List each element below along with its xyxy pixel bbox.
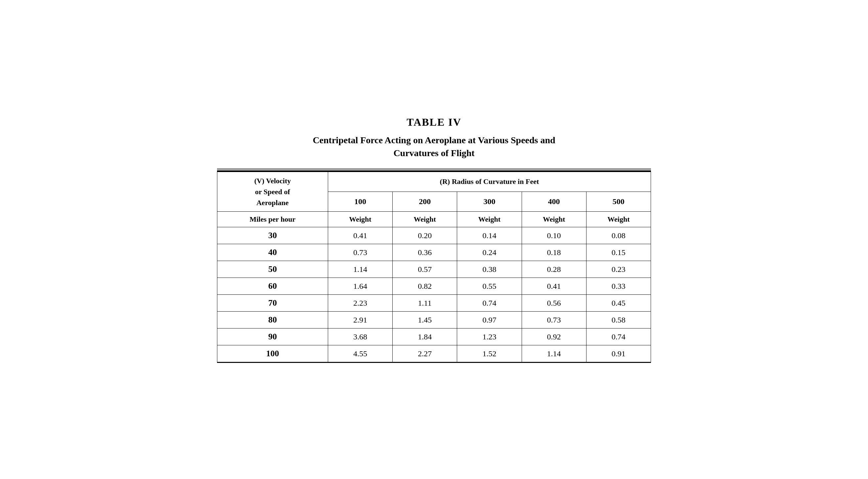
value-cell-r400: 0.10 bbox=[522, 227, 586, 244]
table-row: 802.911.450.970.730.58 bbox=[217, 312, 651, 328]
radius-100-header: 100 bbox=[328, 192, 392, 212]
value-cell-r200: 0.20 bbox=[393, 227, 457, 244]
value-cell-r500: 0.15 bbox=[586, 244, 651, 261]
value-cell-r100: 1.14 bbox=[328, 261, 392, 278]
value-cell-r200: 0.57 bbox=[393, 261, 457, 278]
value-cell-r500: 0.74 bbox=[586, 328, 651, 345]
speed-cell: 50 bbox=[217, 261, 328, 278]
value-cell-r200: 0.82 bbox=[393, 278, 457, 295]
speed-cell: 90 bbox=[217, 328, 328, 345]
table-title: TABLE IV bbox=[217, 116, 651, 128]
value-cell-r300: 0.97 bbox=[457, 312, 522, 328]
value-cell-r300: 0.55 bbox=[457, 278, 522, 295]
table-subtitle: Centripetal Force Acting on Aeroplane at… bbox=[217, 134, 651, 159]
miles-header: Miles per hour bbox=[217, 212, 328, 227]
value-cell-r300: 1.52 bbox=[457, 345, 522, 362]
header-row-1: (V) Velocity or Speed of Aeroplane (R) R… bbox=[217, 172, 651, 192]
radius-300-header: 300 bbox=[457, 192, 522, 212]
border-line-top bbox=[217, 169, 651, 169]
speed-cell: 60 bbox=[217, 278, 328, 295]
value-cell-r400: 0.18 bbox=[522, 244, 586, 261]
main-table: (V) Velocity or Speed of Aeroplane (R) R… bbox=[217, 171, 651, 363]
value-cell-r200: 1.84 bbox=[393, 328, 457, 345]
table-row: 501.140.570.380.280.23 bbox=[217, 261, 651, 278]
weight-header-4: Weight bbox=[586, 212, 651, 227]
header-row-3: Miles per hour Weight Weight Weight Weig… bbox=[217, 212, 651, 227]
value-cell-r500: 0.33 bbox=[586, 278, 651, 295]
velocity-header: (V) Velocity or Speed of Aeroplane bbox=[217, 172, 328, 212]
value-cell-r400: 0.73 bbox=[522, 312, 586, 328]
value-cell-r500: 0.08 bbox=[586, 227, 651, 244]
value-cell-r200: 1.45 bbox=[393, 312, 457, 328]
subtitle-line1: Centripetal Force Acting on Aeroplane at… bbox=[313, 135, 555, 145]
weight-header-3: Weight bbox=[522, 212, 586, 227]
radius-500-header: 500 bbox=[586, 192, 651, 212]
speed-cell: 80 bbox=[217, 312, 328, 328]
value-cell-r200: 0.36 bbox=[393, 244, 457, 261]
table-row: 1004.552.271.521.140.91 bbox=[217, 345, 651, 362]
page-container: TABLE IV Centripetal Force Acting on Aer… bbox=[217, 116, 651, 363]
value-cell-r500: 0.58 bbox=[586, 312, 651, 328]
table-body: 300.410.200.140.100.08400.730.360.240.18… bbox=[217, 227, 651, 362]
value-cell-r400: 0.56 bbox=[522, 295, 586, 312]
speed-cell: 30 bbox=[217, 227, 328, 244]
value-cell-r300: 1.23 bbox=[457, 328, 522, 345]
table-row: 702.231.110.740.560.45 bbox=[217, 295, 651, 312]
value-cell-r400: 1.14 bbox=[522, 345, 586, 362]
value-cell-r500: 0.23 bbox=[586, 261, 651, 278]
value-cell-r300: 0.38 bbox=[457, 261, 522, 278]
value-cell-r200: 2.27 bbox=[393, 345, 457, 362]
value-cell-r100: 2.23 bbox=[328, 295, 392, 312]
value-cell-r300: 0.74 bbox=[457, 295, 522, 312]
table-row: 903.681.841.230.920.74 bbox=[217, 328, 651, 345]
weight-header-1: Weight bbox=[393, 212, 457, 227]
table-row: 601.640.820.550.410.33 bbox=[217, 278, 651, 295]
table-row: 300.410.200.140.100.08 bbox=[217, 227, 651, 244]
value-cell-r100: 1.64 bbox=[328, 278, 392, 295]
radius-title-header: (R) Radius of Curvature in Feet bbox=[328, 172, 651, 192]
speed-cell: 40 bbox=[217, 244, 328, 261]
value-cell-r100: 0.41 bbox=[328, 227, 392, 244]
value-cell-r400: 0.92 bbox=[522, 328, 586, 345]
radius-200-header: 200 bbox=[393, 192, 457, 212]
weight-header-0: Weight bbox=[328, 212, 392, 227]
value-cell-r100: 3.68 bbox=[328, 328, 392, 345]
value-cell-r500: 0.91 bbox=[586, 345, 651, 362]
speed-cell: 70 bbox=[217, 295, 328, 312]
value-cell-r300: 0.14 bbox=[457, 227, 522, 244]
speed-cell: 100 bbox=[217, 345, 328, 362]
weight-header-2: Weight bbox=[457, 212, 522, 227]
value-cell-r300: 0.24 bbox=[457, 244, 522, 261]
value-cell-r100: 2.91 bbox=[328, 312, 392, 328]
value-cell-r100: 4.55 bbox=[328, 345, 392, 362]
value-cell-r400: 0.28 bbox=[522, 261, 586, 278]
value-cell-r200: 1.11 bbox=[393, 295, 457, 312]
radius-400-header: 400 bbox=[522, 192, 586, 212]
value-cell-r100: 0.73 bbox=[328, 244, 392, 261]
value-cell-r400: 0.41 bbox=[522, 278, 586, 295]
table-row: 400.730.360.240.180.15 bbox=[217, 244, 651, 261]
value-cell-r500: 0.45 bbox=[586, 295, 651, 312]
subtitle-line2: Curvatures of Flight bbox=[393, 148, 474, 158]
